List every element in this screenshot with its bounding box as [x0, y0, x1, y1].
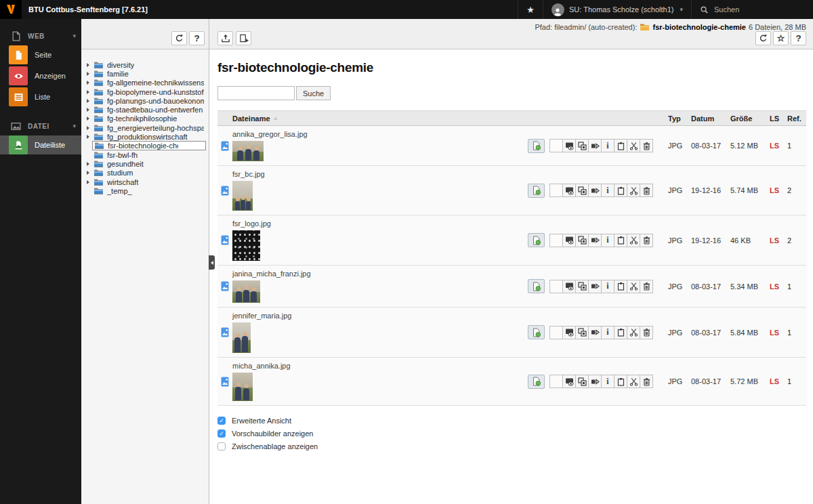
- delete-button[interactable]: [640, 280, 653, 293]
- typo3-logo[interactable]: [0, 0, 22, 19]
- ref-count[interactable]: 2: [787, 236, 791, 245]
- tree-refresh-button[interactable]: [171, 31, 187, 45]
- expand-icon[interactable]: [87, 63, 93, 67]
- copy-button[interactable]: [614, 234, 627, 247]
- expand-icon[interactable]: [87, 99, 93, 103]
- rename-button[interactable]: [588, 184, 602, 197]
- option-extended-view[interactable]: ✓ Erweiterte Ansicht: [217, 417, 806, 425]
- option-show-thumbnails[interactable]: ✓ Vorschaubilder anzeigen: [217, 429, 806, 438]
- tree-item[interactable]: diversity: [87, 60, 206, 69]
- file-thumbnail[interactable]: [232, 373, 253, 401]
- replace-button[interactable]: [575, 184, 589, 197]
- expand-icon[interactable]: [87, 162, 93, 166]
- ls-link[interactable]: LS: [770, 236, 779, 245]
- replace-button[interactable]: [575, 139, 589, 152]
- ref-count[interactable]: 2: [787, 186, 791, 194]
- toolbar-search[interactable]: [691, 0, 813, 19]
- file-thumbnail[interactable]: [232, 141, 264, 161]
- tree-item[interactable]: familie: [87, 69, 206, 78]
- search-input[interactable]: [217, 86, 295, 100]
- rename-button[interactable]: [588, 280, 602, 293]
- expand-icon[interactable]: [87, 180, 93, 184]
- expand-icon[interactable]: [87, 117, 93, 121]
- checkbox-checked[interactable]: ✓: [217, 417, 226, 425]
- tree-item-selected[interactable]: fsr-biotechnologie-chemie: [87, 142, 206, 150]
- cut-button[interactable]: [627, 234, 640, 247]
- help-button[interactable]: ?: [791, 31, 806, 45]
- tree-item[interactable]: gesundheit: [87, 159, 206, 168]
- cut-button[interactable]: [627, 184, 640, 197]
- tree-item[interactable]: fg-staedtebau-und-entwerfen: [87, 105, 206, 114]
- module-item-anzeigen[interactable]: Anzeigen: [0, 66, 81, 85]
- ref-count[interactable]: 1: [787, 329, 791, 337]
- expand-icon[interactable]: [87, 171, 93, 175]
- cut-button[interactable]: [627, 139, 640, 152]
- clipboard-select-button[interactable]: [528, 325, 545, 339]
- ls-link[interactable]: LS: [770, 142, 779, 150]
- tree-item[interactable]: fg-planungs-und-bauoekonomie: [87, 96, 206, 105]
- info-button[interactable]: i: [601, 375, 614, 388]
- ls-link[interactable]: LS: [770, 186, 779, 194]
- ls-link[interactable]: LS: [770, 377, 779, 385]
- tree-item[interactable]: fg-biopolymere-und-kunststoffverarbeitu: [87, 87, 206, 96]
- replace-button[interactable]: [575, 326, 589, 339]
- expand-icon[interactable]: [87, 90, 93, 94]
- copy-button[interactable]: [614, 139, 627, 152]
- checkbox-unchecked[interactable]: [217, 442, 226, 450]
- delete-button[interactable]: [640, 184, 653, 197]
- file-thumbnail[interactable]: [232, 280, 260, 303]
- option-show-clipboard[interactable]: Zwischenablage anzeigen: [217, 442, 806, 450]
- file-name-link[interactable]: annika_gregor_lisa.jpg: [232, 130, 308, 138]
- tree-item[interactable]: studium: [87, 169, 206, 177]
- ref-count[interactable]: 1: [787, 282, 791, 291]
- copy-button[interactable]: [614, 326, 627, 339]
- expand-icon[interactable]: [87, 81, 93, 85]
- rename-button[interactable]: [588, 139, 602, 152]
- ls-link[interactable]: LS: [770, 329, 779, 337]
- delete-button[interactable]: [640, 234, 653, 247]
- module-item-liste[interactable]: Liste: [0, 87, 81, 106]
- view-button[interactable]: [562, 234, 576, 247]
- module-group-web[interactable]: WEB ▾: [0, 28, 81, 43]
- cut-button[interactable]: [627, 280, 640, 293]
- info-button[interactable]: i: [601, 326, 614, 339]
- cut-button[interactable]: [627, 375, 640, 388]
- delete-button[interactable]: [640, 375, 653, 388]
- toolbar-search-input[interactable]: [714, 5, 789, 14]
- replace-button[interactable]: [575, 280, 589, 293]
- file-name-link[interactable]: fsr_logo.jpg: [232, 219, 271, 228]
- refresh-button[interactable]: [755, 31, 771, 45]
- delete-button[interactable]: [640, 139, 653, 152]
- search-submit-button[interactable]: Suche: [296, 86, 331, 100]
- expand-icon[interactable]: [87, 135, 93, 139]
- bookmark-page-button[interactable]: ☆: [773, 31, 789, 45]
- file-name-link[interactable]: fsr_bc.jpg: [232, 170, 265, 178]
- expand-icon[interactable]: [87, 108, 93, 112]
- collapse-tree-handle[interactable]: [209, 255, 215, 270]
- ls-link[interactable]: LS: [770, 282, 779, 291]
- cut-button[interactable]: [627, 326, 640, 339]
- info-button[interactable]: i: [601, 234, 614, 247]
- file-name-link[interactable]: jennifer_maria.jpg: [232, 312, 291, 320]
- module-item-dateiliste[interactable]: Dateiliste: [0, 135, 81, 154]
- view-button[interactable]: [562, 375, 576, 388]
- module-item-seite[interactable]: Seite: [0, 45, 81, 64]
- clipboard-select-button[interactable]: [528, 184, 545, 198]
- tree-item[interactable]: fg-allgemeine-technikwissenschaften: [87, 79, 206, 87]
- tree-item[interactable]: fg_energieverteilung-hochspannungstech: [87, 123, 206, 132]
- file-thumbnail[interactable]: [232, 181, 253, 211]
- rename-button[interactable]: [588, 234, 602, 247]
- info-button[interactable]: i: [601, 139, 614, 152]
- checkbox-checked[interactable]: ✓: [217, 429, 226, 438]
- upload-button[interactable]: [217, 31, 233, 45]
- clipboard-select-button[interactable]: [528, 233, 545, 247]
- tree-item[interactable]: fg-technikphilosophie: [87, 114, 206, 123]
- ref-count[interactable]: 1: [787, 377, 791, 385]
- file-thumbnail[interactable]: [232, 230, 260, 261]
- tree-item[interactable]: wirtschaft: [87, 177, 206, 186]
- clipboard-select-button[interactable]: [528, 279, 545, 293]
- tree-item[interactable]: _temp_: [87, 186, 206, 195]
- new-file-button[interactable]: [236, 31, 251, 45]
- rename-button[interactable]: [588, 326, 602, 339]
- expand-icon[interactable]: [87, 126, 93, 130]
